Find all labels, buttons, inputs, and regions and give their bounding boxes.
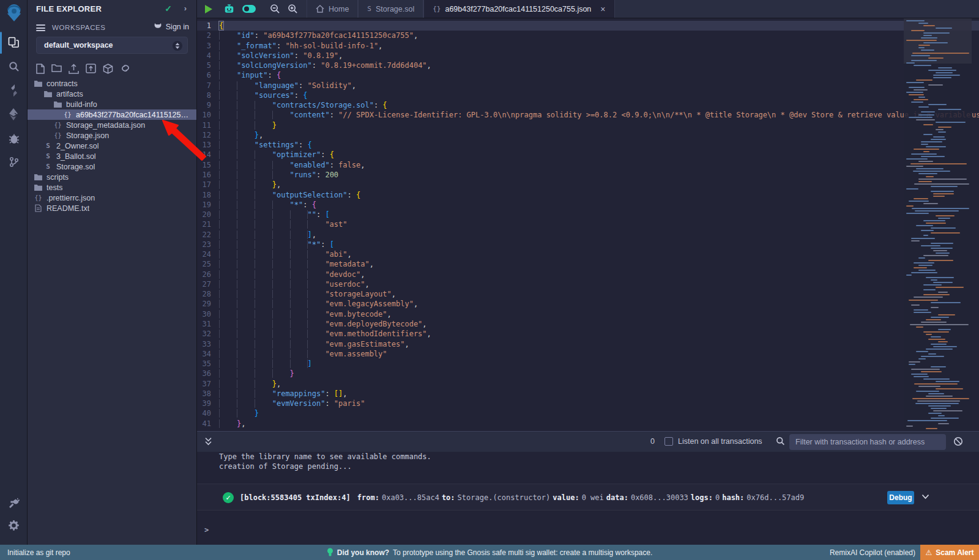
tab-bar: Home S Storage.sol {} a69b43f277ba20fcac… [197, 0, 979, 18]
code-line: "solcVersion": "0.8.19", [219, 51, 979, 61]
tree-item-a69b43f277ba20fcac141151250ca7-[interactable]: {}a69b43f277ba20fcac141151250ca7... [28, 109, 196, 120]
new-file-icon[interactable] [36, 64, 45, 76]
solidity-compiler-icon[interactable] [0, 80, 28, 101]
scam-alert-button[interactable]: ⚠ Scam Alert [920, 545, 979, 560]
tree-item-scripts[interactable]: scripts [28, 172, 196, 182]
tree-item-label: README.txt [47, 204, 89, 213]
tab-storage-sol[interactable]: S Storage.sol [358, 0, 423, 18]
run-script-icon[interactable] [204, 4, 213, 14]
workspace-select[interactable]: default_workspace [36, 37, 188, 54]
terminal-bar: 0 Listen on all transactions [197, 431, 979, 452]
tree-item-label: artifacts [56, 90, 83, 98]
publish-ipfs-icon[interactable] [103, 64, 113, 76]
zoom-out-icon[interactable] [270, 4, 280, 14]
code-line: "content": "// SPDX-License-Identifier: … [219, 110, 979, 120]
remix-ide: FILE EXPLORER ✓ › WORKSPACES Sign in def… [0, 0, 979, 560]
tree-item-label: 3_Ballot.sol [56, 152, 96, 161]
copilot-toggle-icon[interactable] [242, 4, 256, 13]
remix-logo-icon[interactable] [0, 2, 28, 23]
code-line: "evm.legacyAssembly", [219, 299, 979, 309]
tree-item-tests[interactable]: tests [28, 182, 196, 193]
code-line: "*": [ [219, 240, 979, 249]
code-line: "userdoc", [219, 279, 979, 289]
tree-item-readme-txt[interactable]: README.txt [28, 203, 196, 213]
settings-gear-icon[interactable] [0, 515, 28, 536]
tree-item-3-ballot-sol[interactable]: S3_Ballot.sol [28, 151, 196, 161]
tx-expand-icon[interactable] [921, 493, 929, 501]
terminal-prompt[interactable]: > [204, 526, 209, 534]
workspaces-menu-icon[interactable] [36, 24, 45, 31]
copilot-status[interactable]: RemixAI Copilot (enabled) [830, 548, 915, 557]
tree-item-label: .prettierrc.json [47, 194, 95, 202]
publish-gist-icon[interactable] [120, 64, 131, 76]
sol-icon: S [43, 163, 53, 171]
tree-item-artifacts[interactable]: artifacts [28, 89, 196, 99]
panel-title: FILE EXPLORER [36, 4, 102, 13]
tree-item-storage-metadata-json[interactable]: {}Storage_metadata.json [28, 120, 196, 130]
github-signin-button[interactable]: Sign in [153, 23, 189, 31]
main-area: Home S Storage.sol {} a69b43f277ba20fcac… [197, 0, 979, 545]
transaction-row[interactable]: ✓ [block:5583405 txIndex:4] from:0xa03..… [197, 484, 979, 510]
tree-item-storage-sol[interactable]: SStorage.sol [28, 161, 196, 172]
code-line: }, [219, 130, 979, 140]
file-explorer-icon[interactable] [0, 32, 28, 53]
deploy-run-icon[interactable] [0, 104, 28, 125]
code-line: "settings": { [219, 140, 979, 150]
tree-item-label: tests [47, 183, 62, 192]
terminal-search-icon[interactable] [776, 437, 785, 448]
json-icon: {} [53, 122, 62, 128]
tab-close-icon[interactable]: × [600, 5, 605, 13]
zoom-in-icon[interactable] [288, 4, 298, 14]
panel-collapse-icon[interactable]: › [184, 4, 187, 13]
upload-file-icon[interactable] [69, 64, 79, 76]
tab-build-info-json[interactable]: {} a69b43f277ba20fcac141151250ca755.json… [423, 0, 614, 18]
workspace-check-icon: ✓ [165, 4, 172, 13]
code-line: "*": { [219, 200, 979, 210]
tree-item-build-info[interactable]: build-info [28, 99, 196, 109]
upload-folder-icon[interactable] [86, 64, 96, 76]
editor-minimap[interactable] [904, 18, 972, 431]
code-line: "evm.gasEstimates", [219, 339, 979, 349]
tree-item-label: contracts [47, 79, 78, 88]
terminal-collapse-icon[interactable] [204, 437, 212, 448]
tab-home[interactable]: Home [307, 0, 358, 18]
code-line: }, [219, 379, 979, 389]
init-git-repo-button[interactable]: Initialize as git repo [7, 548, 70, 557]
debug-button[interactable]: Debug [887, 491, 914, 504]
folder-icon [34, 184, 43, 191]
code-line: "evm.bytecode", [219, 309, 979, 319]
code-line: } [219, 408, 979, 418]
tree-item-contracts[interactable]: contracts [28, 78, 196, 89]
git-icon[interactable] [0, 152, 28, 172]
tx-success-icon: ✓ [223, 492, 234, 503]
sol-icon: S [43, 152, 53, 160]
code-line: "language": "Solidity", [219, 81, 979, 90]
listen-all-checkbox[interactable] [664, 437, 673, 446]
line-number-gutter: 1234567891011121314151617181920212223242… [197, 21, 215, 429]
tree-item-2-owner-sol[interactable]: S2_Owner.sol [28, 141, 196, 151]
tree-item-label: Storage.sol [56, 163, 95, 171]
code-line: "_format": "hh-sol-build-info-1", [219, 41, 979, 51]
tree-item-label: Storage_metadata.json [66, 121, 145, 130]
code-line: { [219, 21, 979, 31]
ai-copilot-robot-icon[interactable] [224, 4, 234, 14]
code-editor[interactable]: 1234567891011121314151617181920212223242… [197, 18, 979, 431]
tree-item--prettierrc-json[interactable]: {}.prettierrc.json [28, 193, 196, 203]
transaction-filter-input[interactable] [789, 434, 946, 450]
status-bar: Initialize as git repo Did you know? To … [0, 545, 979, 560]
code-line: } [219, 120, 979, 130]
code-line: "abi", [219, 249, 979, 259]
search-icon[interactable] [0, 56, 28, 77]
terminal-log[interactable]: Type the library name to see available c… [197, 452, 979, 545]
folder-icon [34, 80, 43, 87]
code-line: "evm.methodIdentifiers", [219, 329, 979, 339]
code-line: "outputSelection": { [219, 190, 979, 200]
github-icon [153, 23, 163, 31]
debugger-icon[interactable] [0, 128, 28, 149]
plugin-manager-icon[interactable] [0, 493, 28, 514]
tree-item-storage-json[interactable]: {}Storage.json [28, 130, 196, 141]
terminal-log-line: creation of Storage pending... [197, 462, 979, 471]
new-folder-icon[interactable] [51, 64, 62, 76]
json-icon: {} [53, 132, 62, 139]
clear-console-icon[interactable] [953, 437, 963, 449]
